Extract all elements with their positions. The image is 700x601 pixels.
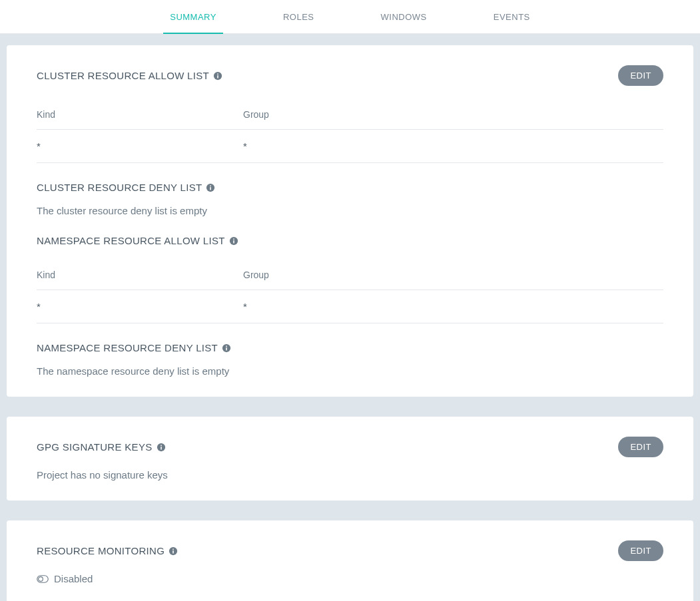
- svg-rect-1: [217, 75, 218, 78]
- col-kind: Kind: [37, 102, 243, 129]
- gpg-empty: Project has no signature keys: [37, 469, 663, 481]
- svg-rect-10: [226, 347, 227, 350]
- monitoring-status-text: Disabled: [54, 573, 93, 584]
- svg-rect-14: [161, 445, 162, 446]
- svg-rect-8: [233, 238, 234, 240]
- cell-kind: *: [37, 130, 243, 162]
- info-icon[interactable]: [169, 546, 178, 556]
- resource-lists-panel: CLUSTER RESOURCE ALLOW LIST EDIT Kind Gr…: [7, 45, 693, 397]
- svg-rect-5: [210, 185, 212, 186]
- svg-rect-16: [173, 550, 174, 553]
- table-row: * *: [37, 290, 663, 323]
- table-header-row: Kind Group: [37, 263, 663, 290]
- table-row: * *: [37, 130, 663, 163]
- edit-button[interactable]: EDIT: [618, 65, 663, 86]
- cluster-allow-title: CLUSTER RESOURCE ALLOW LIST: [37, 70, 222, 81]
- info-icon[interactable]: [206, 183, 215, 192]
- cluster-allow-header: CLUSTER RESOURCE ALLOW LIST EDIT: [37, 65, 663, 86]
- content-area: CLUSTER RESOURCE ALLOW LIST EDIT Kind Gr…: [0, 45, 700, 601]
- table-header-row: Kind Group: [37, 102, 663, 130]
- col-group: Group: [243, 102, 663, 129]
- gpg-panel: GPG SIGNATURE KEYS EDIT Project has no s…: [7, 417, 693, 501]
- cell-group: *: [243, 130, 663, 162]
- svg-rect-4: [210, 187, 212, 190]
- cell-group: *: [243, 290, 663, 323]
- svg-rect-11: [226, 345, 227, 347]
- monitoring-panel: RESOURCE MONITORING EDIT Disabled: [7, 520, 693, 601]
- cluster-deny-title-text: CLUSTER RESOURCE DENY LIST: [37, 182, 202, 193]
- tab-windows[interactable]: WINDOWS: [374, 0, 434, 34]
- namespace-allow-title-text: NAMESPACE RESOURCE ALLOW LIST: [37, 235, 225, 246]
- col-kind: Kind: [37, 263, 243, 290]
- svg-rect-2: [217, 73, 218, 75]
- monitoring-title: RESOURCE MONITORING: [37, 545, 178, 556]
- monitoring-status: Disabled: [37, 573, 663, 584]
- cell-kind: *: [37, 290, 243, 323]
- svg-rect-17: [173, 548, 174, 550]
- svg-rect-13: [161, 447, 162, 449]
- info-icon[interactable]: [222, 343, 231, 353]
- namespace-deny-empty: The namespace resource deny list is empt…: [37, 365, 663, 377]
- tabs-bar: SUMMARY ROLES WINDOWS EVENTS: [0, 0, 700, 34]
- info-icon[interactable]: [157, 443, 166, 452]
- namespace-deny-title-text: NAMESPACE RESOURCE DENY LIST: [37, 342, 218, 353]
- namespace-allow-title: NAMESPACE RESOURCE ALLOW LIST: [37, 235, 663, 246]
- tab-summary[interactable]: SUMMARY: [163, 0, 223, 34]
- svg-point-19: [39, 576, 43, 581]
- gpg-header: GPG SIGNATURE KEYS EDIT: [37, 437, 663, 457]
- edit-button[interactable]: EDIT: [618, 540, 663, 561]
- gpg-title-text: GPG SIGNATURE KEYS: [37, 441, 153, 453]
- monitoring-header: RESOURCE MONITORING EDIT: [37, 540, 663, 561]
- cluster-allow-title-text: CLUSTER RESOURCE ALLOW LIST: [37, 70, 209, 81]
- tab-roles[interactable]: ROLES: [276, 0, 321, 34]
- info-icon[interactable]: [229, 236, 238, 246]
- edit-button[interactable]: EDIT: [618, 437, 663, 457]
- svg-rect-7: [233, 240, 234, 243]
- cluster-deny-empty: The cluster resource deny list is empty: [37, 205, 663, 216]
- col-group: Group: [243, 263, 663, 290]
- namespace-deny-title: NAMESPACE RESOURCE DENY LIST: [37, 342, 663, 353]
- cluster-deny-title: CLUSTER RESOURCE DENY LIST: [37, 182, 663, 193]
- cluster-allow-table: Kind Group * *: [37, 102, 663, 163]
- toggle-off-icon: [37, 574, 49, 584]
- info-icon[interactable]: [213, 71, 222, 81]
- monitoring-title-text: RESOURCE MONITORING: [37, 545, 165, 556]
- namespace-allow-table: Kind Group * *: [37, 263, 663, 323]
- tab-events[interactable]: EVENTS: [487, 0, 537, 34]
- gpg-title: GPG SIGNATURE KEYS: [37, 441, 166, 453]
